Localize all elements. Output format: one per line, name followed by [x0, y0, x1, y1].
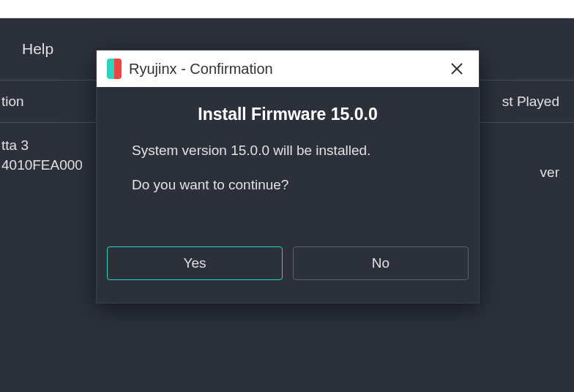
close-button[interactable] — [445, 57, 469, 80]
close-icon — [450, 62, 463, 75]
row-right-value: ver — [540, 165, 559, 181]
dialog-titlebar[interactable]: Ryujinx - Confirmation — [97, 50, 479, 87]
column-header-right[interactable]: st Played — [502, 94, 559, 110]
dialog-heading: Install Firmware 15.0.0 — [119, 105, 457, 124]
dialog-button-row: Yes No — [97, 246, 479, 293]
no-button[interactable]: No — [293, 246, 469, 280]
menu-help[interactable]: Help — [4, 40, 71, 58]
dialog-title: Ryujinx - Confirmation — [129, 61, 445, 78]
column-header-left[interactable]: tion — [0, 94, 24, 110]
yes-button[interactable]: Yes — [107, 246, 283, 280]
dialog-message-line1: System version 15.0.0 will be installed. — [119, 140, 457, 162]
dialog-message-line2: Do you want to continue? — [119, 175, 457, 196]
window-chrome — [0, 0, 574, 18]
ryujinx-logo-icon — [107, 59, 122, 79]
confirmation-dialog: Ryujinx - Confirmation Install Firmware … — [96, 50, 480, 304]
dialog-body: Install Firmware 15.0.0 System version 1… — [97, 87, 479, 223]
